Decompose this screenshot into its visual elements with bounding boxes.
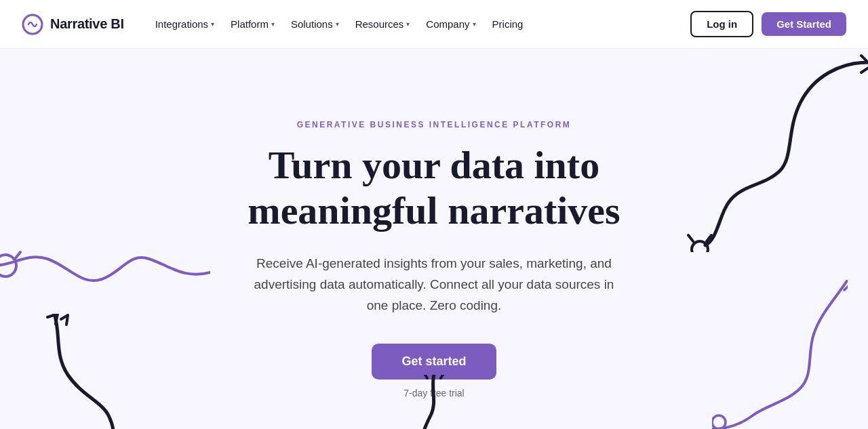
nav-item-integrations[interactable]: Integrations ▾ bbox=[149, 13, 221, 35]
svg-point-7 bbox=[712, 415, 726, 429]
logo[interactable]: Narrative BI bbox=[22, 14, 124, 35]
deco-bottom-center-cord bbox=[393, 375, 475, 429]
nav-item-solutions[interactable]: Solutions ▾ bbox=[284, 13, 346, 35]
get-started-nav-button[interactable]: Get Started bbox=[762, 12, 846, 36]
deco-bottom-left-plug bbox=[41, 314, 176, 429]
svg-point-4 bbox=[0, 255, 16, 277]
svg-point-1 bbox=[692, 241, 708, 252]
hero-subtitle: Receive AI-generated insights from your … bbox=[244, 253, 624, 316]
nav-item-pricing[interactable]: Pricing bbox=[486, 13, 530, 35]
nav-right: Log in Get Started bbox=[690, 11, 846, 37]
logo-icon bbox=[22, 14, 43, 35]
hero-title: Turn your data into meaningful narrative… bbox=[197, 143, 671, 233]
hero-section: GENERATIVE BUSINESS INTELLIGENCE PLATFOR… bbox=[0, 49, 868, 429]
deco-left-plug bbox=[0, 198, 210, 333]
nav-item-resources[interactable]: Resources ▾ bbox=[349, 13, 417, 35]
logo-text: Narrative BI bbox=[50, 16, 124, 32]
nav-item-platform[interactable]: Platform ▾ bbox=[224, 13, 281, 35]
hero-trial-text: 7-day free trial bbox=[403, 388, 464, 399]
chevron-down-icon: ▾ bbox=[211, 20, 214, 28]
chevron-down-icon: ▾ bbox=[473, 20, 476, 28]
svg-line-2 bbox=[688, 235, 693, 241]
chevron-down-icon: ▾ bbox=[336, 20, 339, 28]
chevron-down-icon: ▾ bbox=[271, 20, 275, 28]
nav-left: Narrative BI Integrations ▾ Platform ▾ S… bbox=[22, 13, 530, 35]
deco-bottom-right-plug bbox=[712, 280, 848, 429]
navbar: Narrative BI Integrations ▾ Platform ▾ S… bbox=[0, 0, 868, 49]
deco-top-right-plug bbox=[651, 49, 868, 252]
svg-line-3 bbox=[707, 235, 711, 241]
chevron-down-icon: ▾ bbox=[406, 20, 410, 28]
login-button[interactable]: Log in bbox=[690, 11, 753, 37]
hero-eyebrow: GENERATIVE BUSINESS INTELLIGENCE PLATFOR… bbox=[297, 120, 572, 129]
svg-line-6 bbox=[15, 252, 20, 259]
nav-item-company[interactable]: Company ▾ bbox=[419, 13, 482, 35]
nav-links: Integrations ▾ Platform ▾ Solutions ▾ Re… bbox=[149, 13, 530, 35]
hero-cta-button[interactable]: Get started bbox=[372, 344, 496, 380]
